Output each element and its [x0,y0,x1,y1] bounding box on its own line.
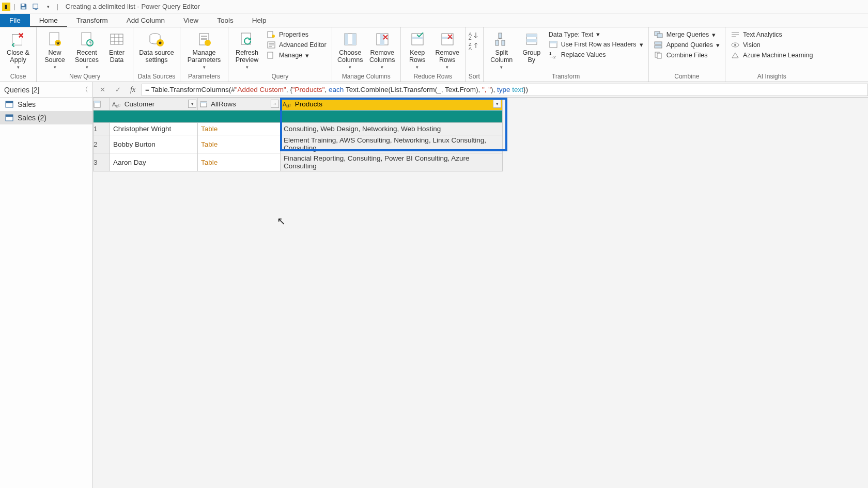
qat-caret-icon[interactable]: ▾ [43,2,53,12]
svg-rect-2 [33,4,38,8]
formula-input[interactable]: = Table.TransformColumns(#"Added Custom"… [142,84,868,96]
group-transform: Split Column▾ Group By Data Type: Text ▾… [484,27,649,82]
text-analytics-button[interactable]: Text Analytics [729,30,815,39]
group-combine: Merge Queries ▾ Append Queries ▾ Combine… [649,27,725,82]
advanced-editor-button[interactable]: Advanced Editor [265,40,329,50]
manage-button[interactable]: Manage ▾ [265,51,329,60]
tab-file[interactable]: File [0,14,30,27]
svg-rect-54 [655,42,662,44]
text-type-icon: ABC [283,101,291,108]
enter-data-icon [108,30,126,48]
column-header-products[interactable]: ABC Products ▾ [281,98,503,111]
tab-home[interactable]: Home [30,14,67,27]
remove-columns-button[interactable]: Remove Columns▾ [367,28,397,71]
column-header-customer[interactable]: ABC Customer ▾ [110,98,198,111]
group-parameters: Manage Parameters▾ Parameters [180,27,228,82]
recent-sources-button[interactable]: Recent Sources▾ [72,28,102,71]
window-title: Creating a delimited list - Power Query … [66,3,200,10]
svg-rect-68 [94,101,100,103]
new-source-button[interactable]: ★ New Source▾ [40,28,70,71]
row-header-corner[interactable] [94,98,110,111]
azure-ml-button[interactable]: Azure Machine Learning [729,51,815,60]
properties-button[interactable]: Properties [265,30,329,39]
svg-rect-55 [655,45,662,48]
refresh-icon [238,30,256,48]
save-icon[interactable] [18,2,28,12]
table-icon [5,114,13,121]
filter-dropdown-icon[interactable]: ▾ [493,100,501,108]
tab-view[interactable]: View [174,14,208,27]
group-by-button[interactable]: Group By [519,28,545,64]
refresh-preview-button[interactable]: Refresh Preview▾ [231,28,262,71]
group-ai-insights: Text Analytics Vision Azure Machine Lear… [725,27,818,82]
main-area: ✕ ✓ fx = Table.TransformColumns(#"Added … [93,82,868,488]
svg-rect-18 [201,36,207,37]
data-grid[interactable]: ABC Customer ▾ AllRows ↔ ABC Products ▾ [93,98,503,171]
remove-rows-button[interactable]: Remove Rows▾ [433,28,462,71]
svg-rect-28 [268,52,273,58]
vision-button[interactable]: Vision [729,40,815,50]
svg-rect-44 [502,40,505,45]
table-row[interactable]: 1 Christopher Wright Table Consulting, W… [94,123,503,135]
svg-rect-57 [657,53,661,58]
text-type-icon: ABC [112,101,120,108]
table-type-icon [200,101,207,107]
group-sort: AZ ZA Sort [466,27,484,82]
tab-transform[interactable]: Transform [67,14,117,27]
formula-bar: ✕ ✓ fx = Table.TransformColumns(#"Added … [93,82,868,98]
svg-rect-73 [200,102,207,103]
split-column-button[interactable]: Split Column▾ [487,28,517,71]
svg-text:C: C [118,103,120,107]
tab-help[interactable]: Help [243,14,276,27]
replace-values-icon: 1→2 [549,51,558,59]
append-queries-button[interactable]: Append Queries ▾ [652,40,722,50]
svg-rect-43 [495,40,499,45]
combine-files-button[interactable]: Combine Files [652,51,722,60]
formula-commit-button[interactable]: ✓ [112,84,124,96]
tab-tools[interactable]: Tools [208,14,243,27]
queries-pane: Queries [2] 〈 Sales Sales (2) [0,82,93,488]
svg-rect-46 [526,34,537,37]
group-query: Refresh Preview▾ Properties Advanced Edi… [228,27,332,82]
svg-rect-66 [6,115,13,117]
group-data-sources: Data source settings Data Sources [133,27,180,82]
undo-dropdown-icon[interactable] [30,2,41,12]
choose-columns-button[interactable]: Choose Columns▾ [335,28,365,71]
group-new-query: ★ New Source▾ Recent Sources▾ Enter Data… [37,27,133,82]
data-source-settings-button[interactable]: Data source settings [136,28,177,64]
ribbon: Close & Apply▾ Close ★ New Source▾ Recen… [0,27,868,82]
recent-sources-icon [78,30,96,48]
column-header-allrows[interactable]: AllRows ↔ [198,98,281,111]
table-row[interactable]: 2 Bobby Burton Table Element Training, A… [94,135,503,153]
sort-asc-button[interactable]: AZ [469,32,479,40]
data-source-settings-icon [148,30,165,48]
svg-rect-1 [22,7,26,9]
svg-rect-30 [345,34,348,45]
enter-data-button[interactable]: Enter Data [104,28,130,64]
svg-rect-31 [352,34,356,45]
use-first-row-button[interactable]: Use First Row as Headers ▾ [547,40,645,49]
query-item-sales-2[interactable]: Sales (2) [0,111,92,124]
keep-rows-button[interactable]: Keep Rows▾ [404,28,431,71]
table-row[interactable]: 3 Aaron Day Table Financial Reporting, C… [94,153,503,171]
merge-queries-button[interactable]: Merge Queries ▾ [652,30,722,39]
fx-icon[interactable]: fx [127,86,138,94]
close-apply-button[interactable]: Close & Apply▾ [3,28,33,71]
svg-point-20 [205,40,211,46]
expand-icon[interactable]: ↔ [271,100,279,108]
query-item-sales[interactable]: Sales [0,98,92,111]
sort-desc-button[interactable]: ZA [469,42,479,50]
filter-dropdown-icon[interactable]: ▾ [188,100,196,108]
table-icon [5,101,13,108]
svg-rect-0 [22,4,25,6]
append-icon [654,41,663,49]
close-apply-icon [9,30,27,48]
collapse-queries-icon[interactable]: 〈 [81,85,88,95]
replace-values-button[interactable]: 1→2Replace Values [547,50,645,59]
formula-cancel-button[interactable]: ✕ [96,84,109,96]
manage-parameters-icon [195,30,213,48]
tab-add-column[interactable]: Add Column [117,14,174,27]
merge-icon [654,30,663,39]
data-type-button[interactable]: Data Type: Text ▾ [547,30,645,39]
manage-parameters-button[interactable]: Manage Parameters▾ [183,28,225,71]
